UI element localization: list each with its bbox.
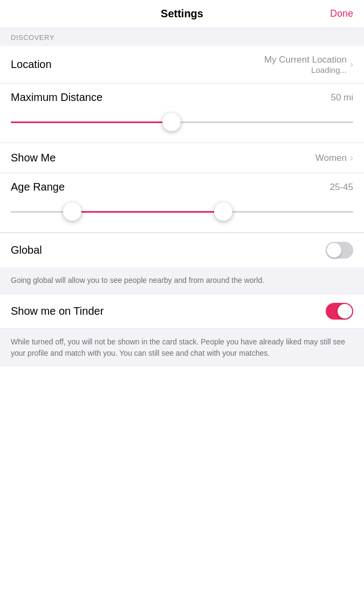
show-on-tinder-toggle-track <box>326 303 353 320</box>
show-me-value: Women <box>315 153 347 164</box>
header: Settings Done <box>0 0 364 28</box>
max-distance-label: Maximum Distance <box>11 91 102 104</box>
discovery-section-header: DISCOVERY <box>0 28 364 46</box>
location-sub-text: Loading... <box>311 65 347 74</box>
age-range-row: Age Range 25-45 <box>0 173 364 233</box>
location-main-text: My Current Location <box>264 55 347 65</box>
global-toggle-thumb <box>327 243 341 258</box>
show-on-tinder-toggle-thumb <box>338 304 352 319</box>
max-distance-value: 50 mi <box>331 92 353 103</box>
age-range-header: Age Range 25-45 <box>11 181 353 193</box>
global-label: Global <box>11 244 42 256</box>
show-me-chevron-icon: › <box>350 152 353 164</box>
location-value-container: My Current Location Loading... › <box>264 55 353 74</box>
show-me-row[interactable]: Show Me Women › <box>0 143 364 173</box>
age-range-slider[interactable] <box>11 202 353 221</box>
show-me-value-container: Women › <box>315 152 353 164</box>
show-on-tinder-toggle[interactable] <box>326 303 353 320</box>
age-range-fill <box>72 211 223 213</box>
show-me-label: Show Me <box>11 152 56 164</box>
global-row: Global <box>0 233 364 267</box>
age-slider-thumb-right[interactable] <box>214 202 232 221</box>
header-title: Settings <box>161 8 203 20</box>
location-label: Location <box>11 58 52 71</box>
age-slider-thumb-left[interactable] <box>63 202 81 221</box>
age-range-label: Age Range <box>11 181 65 193</box>
max-distance-header: Maximum Distance 50 mi <box>11 91 353 104</box>
max-distance-row: Maximum Distance 50 mi <box>0 84 364 143</box>
location-value: My Current Location Loading... <box>264 55 347 74</box>
global-toggle-track <box>326 242 353 259</box>
slider-thumb[interactable] <box>162 113 181 131</box>
global-toggle[interactable] <box>326 242 353 259</box>
done-button[interactable]: Done <box>330 8 353 19</box>
location-row[interactable]: Location My Current Location Loading... … <box>0 46 364 84</box>
max-distance-slider[interactable] <box>11 112 353 132</box>
show-on-tinder-label: Show me on Tinder <box>11 305 104 317</box>
location-chevron-icon: › <box>350 59 353 70</box>
global-info-box: Going global will allow you to see peopl… <box>0 267 364 294</box>
show-on-tinder-info-box: While turned off, you will not be shown … <box>0 329 364 367</box>
settings-group: Location My Current Location Loading... … <box>0 46 364 267</box>
slider-fill <box>11 121 171 123</box>
age-range-value: 25-45 <box>330 182 353 193</box>
show-on-tinder-row: Show me on Tinder <box>0 294 364 329</box>
show-on-tinder-info-text: While turned off, you will not be shown … <box>11 337 345 357</box>
global-info-text: Going global will allow you to see peopl… <box>11 276 264 284</box>
